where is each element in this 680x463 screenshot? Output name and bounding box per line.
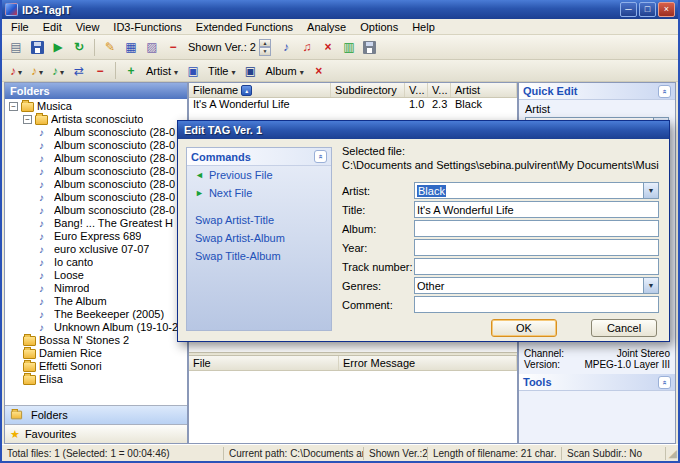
title-tag-icon[interactable] [183,61,203,81]
refresh-icon[interactable] [69,37,89,57]
menu-help[interactable]: Help [405,20,442,34]
note-gold-icon[interactable] [27,61,47,81]
tree-item-album[interactable]: Album sconosciuto (28-0 [5,139,187,152]
add-icon[interactable] [121,61,141,81]
tree-item-album[interactable]: Euro Express 689 [5,230,187,243]
tree-item-album[interactable]: Album sconosciuto (28-0 [5,191,187,204]
minimize-button[interactable]: ─ [620,2,637,17]
calculator-icon[interactable] [121,37,141,57]
menu-view[interactable]: View [69,20,107,34]
column-version2[interactable]: V... [428,83,451,97]
collapse-icon[interactable] [23,115,32,124]
tree-item-album[interactable]: Bang! ... The Greatest H [5,217,187,230]
close-button[interactable]: × [658,2,675,17]
remove-tag-icon[interactable] [163,37,183,57]
column-version1[interactable]: V... [405,83,428,97]
previous-file-link[interactable]: Previous File [187,166,331,184]
genres-field-row: Genres: Other [342,276,659,295]
tools-title: Tools [523,376,552,388]
edit-tag-dialog: Edit TAG Ver. 1 Commands Previous File N… [177,120,670,342]
tree-item-album[interactable]: The Album [5,295,187,308]
menu-edit[interactable]: Edit [36,20,69,34]
column-artist[interactable]: Artist [451,83,517,97]
new-file-icon[interactable] [6,37,26,57]
menu-options[interactable]: Options [353,20,405,34]
tree-item-label: The Beekeeper (2005) [54,308,164,321]
quick-edit-title: Quick Edit [523,85,577,97]
collapse-chevron-icon[interactable] [314,150,327,163]
column-file[interactable]: File [189,356,339,370]
swap-title-album-link[interactable]: Swap Title-Album [187,247,331,265]
resize-grip-icon[interactable] [669,447,677,460]
ok-button[interactable]: OK [491,319,557,337]
collapse-chevron-icon[interactable] [658,85,671,98]
artist-combo[interactable]: Black [414,182,659,199]
tree-item-album[interactable]: The Beekeeper (2005) [5,308,187,321]
version-down-icon[interactable] [259,47,271,56]
column-filename[interactable]: Filename [189,83,331,97]
tree-item-musica[interactable]: Musica [5,100,187,113]
maximize-button[interactable]: □ [639,2,656,17]
tag-v1-icon[interactable] [276,37,296,57]
tree-item-folder[interactable]: Elisa [5,373,187,386]
genres-combo[interactable]: Other [414,277,659,294]
save-all-icon[interactable] [360,37,380,57]
edit-tag-icon[interactable] [100,37,120,57]
album-dropdown[interactable]: Album [261,64,307,78]
filter-clear-icon[interactable] [309,61,329,81]
tag-v2-icon[interactable] [297,37,317,57]
dropdown-arrow-icon[interactable] [643,278,658,293]
convert-version-icon[interactable] [69,61,89,81]
nav-folders-button[interactable]: Folders [5,405,187,424]
track-number-input[interactable] [414,258,659,275]
file-row[interactable]: It's A Wonderful Life 1.0 2.3 Black [189,98,517,111]
cancel-button[interactable]: Cancel [591,319,657,337]
year-input[interactable] [414,239,659,256]
comment-input[interactable] [414,296,659,313]
tree-item-album[interactable]: Album sconosciuto (28-0 [5,165,187,178]
tree-item-label: Musica [37,100,72,113]
nav-favourites-button[interactable]: Favourites [5,424,187,443]
collapse-chevron-icon[interactable] [658,376,671,389]
tree-item-album[interactable]: Nimrod [5,282,187,295]
tree-item-album[interactable]: euro xclusive 07-07 [5,243,187,256]
tree-item-album[interactable]: Album sconosciuto (28-0 [5,178,187,191]
column-subdirectory[interactable]: Subdirectory [331,83,405,97]
delete-icon[interactable] [318,37,338,57]
title-input[interactable]: It's A Wonderful Life [414,201,659,218]
dropdown-arrow-icon[interactable] [643,183,658,198]
menu-id3-functions[interactable]: ID3-Functions [106,20,188,34]
album-input[interactable] [414,220,659,237]
play-icon[interactable] [48,37,68,57]
collapse-icon[interactable] [9,102,18,111]
rename-icon[interactable] [142,37,162,57]
swap-artist-album-link[interactable]: Swap Artist-Album [187,229,331,247]
album-tag-icon[interactable] [240,61,260,81]
column-error-message[interactable]: Error Message [339,356,517,370]
tree-item-label: Album sconosciuto (28-0 [54,165,175,178]
note-green-icon[interactable] [48,61,68,81]
swap-artist-title-link[interactable]: Swap Artist-Title [187,211,331,229]
note-red-icon[interactable] [6,61,26,81]
save-icon[interactable] [27,37,47,57]
menu-extended-functions[interactable]: Extended Functions [189,20,300,34]
tree-item-artista-sconosciuto[interactable]: Artista sconosciuto [5,113,187,126]
tree-item-album[interactable]: Album sconosciuto (28-0 [5,152,187,165]
menu-analyse[interactable]: Analyse [300,20,353,34]
copy-icon[interactable] [339,37,359,57]
tree-item-album[interactable]: Album sconosciuto (28-0 [5,126,187,139]
tree-item-folder[interactable]: Effetti Sonori [5,360,187,373]
tree-item-album[interactable]: Io canto [5,256,187,269]
title-dropdown[interactable]: Title [204,64,239,78]
tree-item-album[interactable]: Unknown Album (19-10-2 [5,321,187,334]
remove-line-icon[interactable] [90,61,110,81]
tree-item-album[interactable]: Album sconosciuto (28-0 [5,204,187,217]
tree-item-folder[interactable]: Damien Rice [5,347,187,360]
artist-dropdown[interactable]: Artist [142,64,182,78]
tree-item-folder[interactable]: Bossa N' Stones 2 [5,334,187,347]
next-file-link[interactable]: Next File [187,184,331,202]
version-up-icon[interactable] [259,39,271,48]
menu-file[interactable]: File [4,20,36,34]
album-note-icon [39,323,51,333]
tree-item-album[interactable]: Loose [5,269,187,282]
